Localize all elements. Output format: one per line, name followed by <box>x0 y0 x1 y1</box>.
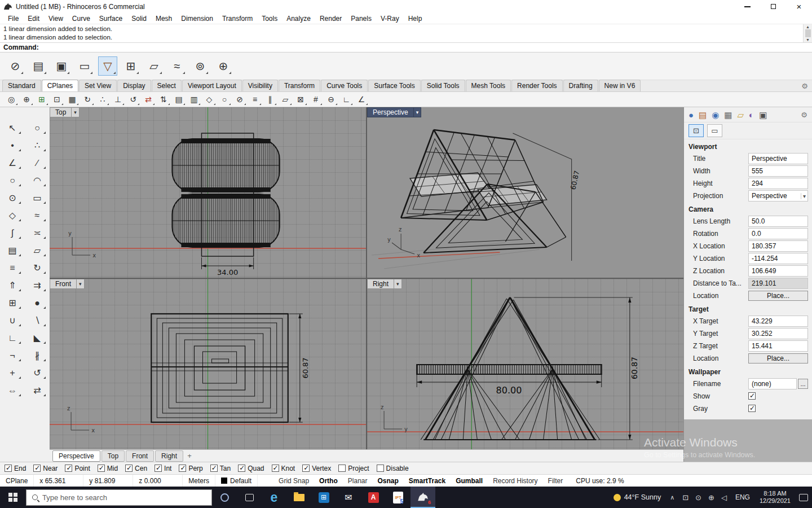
mail-button[interactable]: ✉ <box>336 487 361 508</box>
cplane-back-icon[interactable]: ∟ <box>339 93 353 106</box>
menu-item[interactable]: Transform <box>218 14 257 24</box>
osnap-toggle[interactable]: Mid <box>98 465 118 472</box>
cplane-plan-icon[interactable]: ▱ <box>279 93 292 106</box>
viewport-perspective[interactable]: Perspective ▾ z y x <box>367 107 683 278</box>
checkbox-icon[interactable] <box>33 465 41 472</box>
start-button[interactable] <box>0 487 26 508</box>
sphere-icon[interactable]: ● <box>25 295 50 311</box>
box-icon[interactable]: ⊞ <box>0 295 25 311</box>
network-tray-icon[interactable]: ⊕ <box>705 493 718 502</box>
cplane-lock-icon[interactable]: ⊠ <box>294 93 307 106</box>
toolbar-tab[interactable]: Display <box>117 80 151 91</box>
osnap-toggle[interactable]: Near <box>33 465 58 472</box>
surface-icon[interactable]: ▤ <box>0 242 25 259</box>
status-units[interactable]: Meters <box>183 475 215 487</box>
offset-curve-icon[interactable]: ≍ <box>25 225 50 241</box>
toolbar-tab[interactable]: Surface Tools <box>368 80 421 91</box>
status-layer[interactable]: Default <box>215 475 258 487</box>
osnap-toggle[interactable]: End <box>5 465 26 472</box>
scroll-down-icon[interactable]: ▼ <box>806 38 810 42</box>
status-toggle[interactable]: Record History <box>488 477 542 485</box>
checkbox-icon[interactable] <box>377 465 384 472</box>
pen-tray-icon[interactable]: ⊙ <box>692 493 705 502</box>
osnap-toggle[interactable]: Point <box>65 465 90 472</box>
menu-item[interactable]: Render <box>315 14 346 24</box>
add-viewport-icon[interactable]: + <box>184 452 195 460</box>
status-cplane[interactable]: CPlane <box>0 475 34 487</box>
attach-clip-icon[interactable]: ⊚ <box>191 56 210 76</box>
osnap-toggle[interactable]: Int <box>155 465 171 472</box>
compass-icon[interactable]: ⊕ <box>214 56 233 76</box>
helix-icon[interactable]: ∫ <box>0 225 25 241</box>
chevron-down-icon[interactable]: ▾ <box>72 107 80 117</box>
checkbox-icon[interactable] <box>155 465 162 472</box>
osnap-toggle[interactable]: Knot <box>272 465 295 472</box>
point-icon[interactable]: • <box>0 137 25 154</box>
split-icon[interactable]: ∦ <box>25 347 50 364</box>
rotate-icon[interactable]: ↺ <box>25 365 50 381</box>
viewport-front-title[interactable]: Front ▾ <box>50 279 85 289</box>
cplane-synchronize-icon[interactable]: ≡ <box>248 93 262 106</box>
rectangle-icon[interactable]: ▭ <box>25 190 50 206</box>
toolbar-tab[interactable]: Set View <box>79 80 117 91</box>
status-toggle[interactable]: Planar <box>343 477 373 485</box>
materials-tab-icon[interactable]: ◐ <box>749 111 754 119</box>
plane-icon[interactable]: ▱ <box>25 242 50 259</box>
menu-item[interactable]: Panels <box>346 14 376 24</box>
fillet-icon[interactable]: ∟ <box>0 330 25 346</box>
viewport-properties-toggle[interactable]: ⊡ <box>689 124 704 137</box>
menu-item[interactable]: Mesh <box>151 14 176 24</box>
chamfer-icon[interactable]: ◣ <box>25 330 50 346</box>
property-value-field[interactable]: -114.254 <box>748 253 808 264</box>
style-copy-icon[interactable]: ▤ <box>29 56 48 76</box>
named-cplane-icon[interactable]: ◎ <box>5 93 18 106</box>
ipt-button[interactable]: IPT5 <box>386 487 411 508</box>
property-value-field[interactable]: 180.357 <box>748 240 808 252</box>
menu-item[interactable]: Edit <box>23 14 44 24</box>
menu-item[interactable]: V-Ray <box>376 14 404 24</box>
viewport-tab[interactable]: Perspective <box>52 450 100 462</box>
cplane-gumball-icon[interactable]: ○ <box>218 93 231 106</box>
gear-icon[interactable]: ⚙ <box>801 111 807 119</box>
cplane-3point-icon[interactable]: ∴ <box>96 93 109 106</box>
scroll-up-icon[interactable]: ▲ <box>806 25 810 29</box>
line-icon[interactable]: ∕ <box>25 155 50 171</box>
display-tab-icon[interactable]: ◉ <box>712 111 719 119</box>
osnap-toggle[interactable]: Perp <box>179 465 202 472</box>
cplane-origin-icon[interactable]: ⊕ <box>20 93 33 106</box>
checkbox-icon[interactable] <box>272 465 279 472</box>
toolbar-tab[interactable]: Curve Tools <box>321 80 368 91</box>
chevron-down-icon[interactable]: ▾ <box>394 279 402 289</box>
notes-tab-icon[interactable]: ▱ <box>738 111 744 119</box>
property-value-field[interactable]: 555 <box>748 165 808 177</box>
checkbox-icon[interactable] <box>179 465 186 472</box>
toolbar-tab[interactable]: Viewport Layout <box>182 80 242 91</box>
checkbox-icon[interactable] <box>65 465 72 472</box>
properties-tab-icon[interactable]: ● <box>689 111 694 119</box>
gray-checkbox[interactable] <box>748 405 756 412</box>
cplane-world-top-icon[interactable]: ⊞ <box>35 93 48 106</box>
dim-disable-icon[interactable]: ⊘ <box>6 56 25 76</box>
show-checkbox[interactable] <box>748 392 756 400</box>
menu-item[interactable]: Dimension <box>176 14 218 24</box>
menu-item[interactable]: Tools <box>257 14 282 24</box>
cplane-world-icon[interactable]: ⊖ <box>324 93 338 106</box>
freeform-curve-icon[interactable]: ≈ <box>25 207 50 224</box>
volume-icon[interactable]: ◁ <box>718 493 730 502</box>
viewport-top-title[interactable]: Top ▾ <box>50 107 80 117</box>
menu-item[interactable]: Analyze <box>282 14 315 24</box>
status-toggle[interactable]: SmartTrack <box>404 477 451 485</box>
menu-item[interactable]: Surface <box>95 14 127 24</box>
viewport-tab[interactable]: Right <box>155 450 183 462</box>
viewport-right-title[interactable]: Right ▾ <box>367 279 402 289</box>
work-plane-icon[interactable]: ▱ <box>144 56 164 76</box>
gear-icon[interactable]: ⚙ <box>801 82 808 90</box>
chevron-down-icon[interactable]: ▾ <box>77 279 85 289</box>
rhino-taskbar-button[interactable]: 6 <box>411 487 435 508</box>
extrude-icon[interactable]: ⇑ <box>0 277 25 294</box>
menu-item[interactable]: Help <box>404 14 427 24</box>
restore-button[interactable] <box>760 0 786 13</box>
property-value-field[interactable]: 50.0 <box>748 216 808 227</box>
property-value-field[interactable]: 0.0 <box>748 228 808 239</box>
toolbar-tab[interactable]: Transform <box>279 80 320 91</box>
